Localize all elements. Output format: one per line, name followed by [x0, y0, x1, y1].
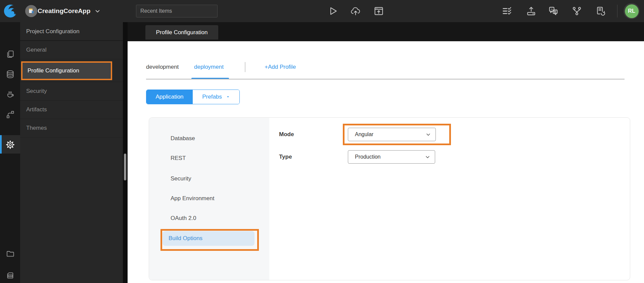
- settings-gear-icon[interactable]: [0, 136, 20, 153]
- run-icon[interactable]: [327, 6, 338, 16]
- svg-text:A: A: [551, 8, 553, 11]
- nav-item-oauth[interactable]: OAuth 2.0: [149, 213, 269, 223]
- tabs-rule: [146, 79, 625, 79]
- type-label: Type: [279, 154, 292, 160]
- project-icon: [25, 5, 37, 17]
- build-options-card: Database REST Security App Environment O…: [149, 117, 630, 280]
- topbar: CreatingCoreApp A RL: [0, 0, 644, 22]
- avatar-initials: RL: [625, 4, 639, 18]
- mode-label: Mode: [279, 131, 294, 138]
- file-explorer-icon[interactable]: [0, 246, 20, 261]
- sidebar-item-artifacts[interactable]: Artifacts: [20, 101, 123, 119]
- topbar-divider: [617, 5, 617, 17]
- sidebar-item-general[interactable]: General: [20, 41, 123, 59]
- chevron-down-icon: [425, 155, 430, 160]
- sidebar-active-highlight[interactable]: Profile Configuration: [21, 61, 112, 80]
- sidebar-scrollbar-thumb[interactable]: [124, 154, 126, 180]
- scope-toggle: Application Prefabs: [146, 90, 240, 104]
- nav-item-database[interactable]: Database: [149, 133, 269, 144]
- java-services-icon[interactable]: [0, 87, 20, 102]
- open-in-window-icon[interactable]: [373, 6, 384, 16]
- version-control-icon[interactable]: [571, 6, 582, 16]
- wavemaker-logo-icon[interactable]: [3, 3, 18, 19]
- build-options-highlight: Build Options: [160, 229, 259, 251]
- mode-select[interactable]: Angular: [348, 128, 436, 141]
- changelog-icon[interactable]: [595, 6, 606, 16]
- logs-icon[interactable]: LOG: [0, 268, 20, 283]
- settings-nav-panel: Database REST Security App Environment O…: [149, 118, 269, 280]
- prefabs-caret-down-icon: [226, 95, 230, 99]
- add-profile-button[interactable]: +Add Profile: [265, 64, 296, 70]
- project-chevron-down-icon[interactable]: [95, 8, 100, 14]
- database-icon[interactable]: [0, 66, 20, 82]
- svg-text:LOG: LOG: [8, 275, 12, 277]
- sidebar-item-security[interactable]: Security: [20, 82, 123, 101]
- export-icon[interactable]: [526, 6, 537, 16]
- nav-item-security[interactable]: Security: [149, 174, 269, 184]
- nav-item-rest[interactable]: REST: [149, 153, 269, 163]
- nav-item-build-options[interactable]: Build Options: [163, 231, 255, 246]
- pages-icon[interactable]: [0, 46, 20, 62]
- nav-item-app-environment[interactable]: App Environment: [149, 193, 269, 204]
- tab-deployment[interactable]: deployment: [194, 64, 224, 70]
- sidebar-scrollbar: [123, 22, 128, 283]
- application-toggle-button[interactable]: Application: [146, 90, 193, 104]
- content-body: development deployment +Add Profile Appl…: [128, 41, 644, 283]
- mode-select-value: Angular: [355, 131, 373, 137]
- user-avatar[interactable]: RL: [624, 3, 640, 19]
- settings-sidebar: Project Configuration General Profile Co…: [20, 22, 123, 283]
- main-content: Profile Configuration development deploy…: [128, 22, 644, 283]
- sidebar-item-themes[interactable]: Themes: [20, 119, 123, 137]
- page-tab-profile-configuration[interactable]: Profile Configuration: [145, 25, 218, 40]
- tab-divider: [245, 62, 245, 72]
- left-rail: LOG: [0, 22, 20, 283]
- prefabs-label: Prefabs: [202, 94, 222, 100]
- app-root: CreatingCoreApp A RL: [0, 0, 644, 283]
- content-header: Profile Configuration: [128, 22, 644, 41]
- recent-items-input[interactable]: [136, 5, 218, 17]
- type-select-value: Production: [355, 154, 381, 160]
- prefabs-toggle-button[interactable]: Prefabs: [193, 90, 239, 104]
- sidebar-item-profile-configuration[interactable]: Profile Configuration: [20, 59, 123, 82]
- type-select[interactable]: Production: [348, 150, 435, 164]
- project-name[interactable]: CreatingCoreApp: [38, 0, 90, 22]
- sidebar-title: Project Configuration: [20, 22, 123, 41]
- cloud-upload-icon[interactable]: [350, 6, 361, 16]
- checklist-icon[interactable]: [502, 6, 512, 16]
- translate-icon[interactable]: A: [548, 6, 559, 16]
- chevron-down-icon: [426, 132, 431, 137]
- apis-icon[interactable]: [0, 107, 20, 122]
- tab-development[interactable]: development: [146, 64, 179, 70]
